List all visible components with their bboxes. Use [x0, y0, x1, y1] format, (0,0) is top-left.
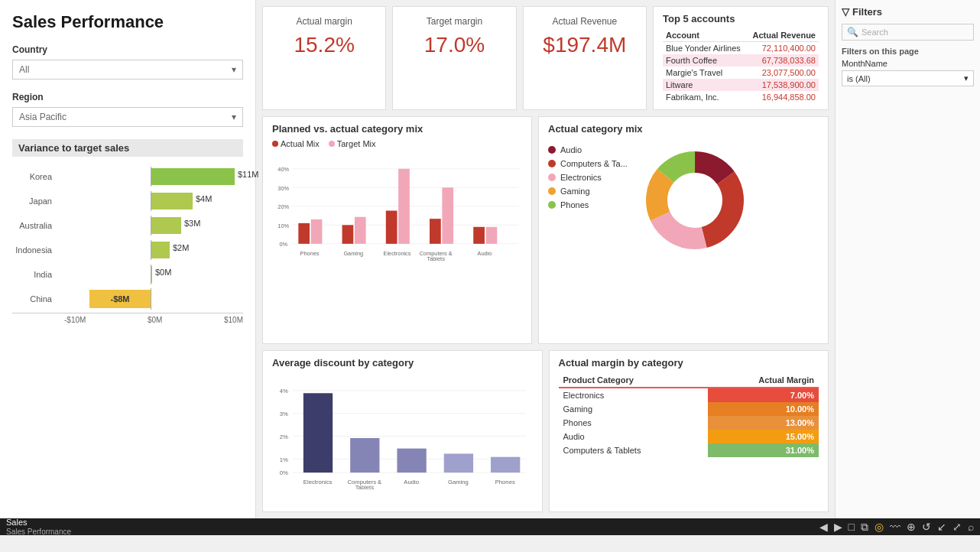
- bottom-charts-row: Average discount by category 4% 3% 2% 1%…: [262, 350, 829, 512]
- margin-row: Computers & Tablets31.00%: [559, 443, 819, 457]
- svg-text:4%: 4%: [280, 388, 288, 395]
- search-bar-icon[interactable]: ⌕: [968, 521, 974, 533]
- svg-text:Gaming: Gaming: [448, 479, 469, 485]
- page-title: Sales Performance: [12, 12, 243, 32]
- avg-discount-chart: 4% 3% 2% 1% 0%: [272, 373, 533, 503]
- xaxis-neg10m: -$10M: [64, 316, 86, 324]
- avg-discount-title: Average discount by category: [272, 357, 533, 369]
- kpi-actual-margin-label: Actual margin: [275, 16, 373, 27]
- filters-title: ▽ Filters: [842, 6, 974, 18]
- svg-text:30%: 30%: [277, 185, 289, 192]
- margin-row: Electronics7.00%: [559, 388, 819, 402]
- svg-text:Audio: Audio: [478, 250, 492, 257]
- country-chevron-icon: ▾: [232, 64, 236, 75]
- electronics-dot: [548, 174, 556, 181]
- top5-title: Top 5 accounts: [663, 13, 819, 24]
- svg-point-31: [670, 175, 720, 226]
- country-select[interactable]: All ▾: [12, 60, 243, 80]
- bar-label-korea: Korea: [12, 172, 58, 181]
- back-icon[interactable]: ◀: [819, 521, 828, 533]
- margin-category: Computers & Tablets: [559, 443, 708, 457]
- svg-rect-44: [397, 449, 426, 472]
- taskbar-left: Sales Sales Performance: [6, 518, 71, 536]
- svg-rect-11: [311, 219, 323, 244]
- computers-label: Computers & Ta...: [560, 159, 628, 168]
- margin-value: 31.00%: [708, 443, 819, 457]
- region-select[interactable]: Asia Pacific ▾: [12, 107, 243, 127]
- svg-text:3%: 3%: [280, 411, 288, 417]
- phones-label: Phones: [560, 200, 589, 209]
- bar-value-indonesia: $2M: [173, 243, 189, 252]
- undo-icon[interactable]: ↺: [922, 521, 931, 533]
- add-icon[interactable]: ⊕: [907, 521, 916, 533]
- filter-search[interactable]: 🔍 Search: [842, 24, 974, 41]
- svg-text:Tablets: Tablets: [355, 484, 374, 491]
- bar-label-indonesia: Indonesia: [12, 245, 58, 255]
- filters-panel: ▽ Filters 🔍 Search Filters on this page …: [835, 0, 980, 518]
- cat-mix-inner: Audio Computers & Ta... Electronics: [548, 139, 819, 261]
- top5-header-account: Account: [663, 29, 747, 42]
- margin-row: Phones13.00%: [559, 416, 819, 430]
- export-icon[interactable]: ↙: [937, 521, 946, 533]
- top5-account: Fabrikam, Inc.: [663, 91, 747, 103]
- audio-label: Audio: [560, 145, 582, 154]
- bar-value-china: -$8M: [110, 294, 129, 304]
- svg-rect-43: [350, 438, 379, 472]
- monthname-chevron-icon: ▾: [964, 73, 969, 83]
- forward-icon[interactable]: ▶: [834, 521, 842, 533]
- top5-account: Margie's Travel: [663, 67, 747, 79]
- margin-by-category-title: Actual margin by category: [559, 357, 819, 369]
- planned-vs-actual-chart: 40% 30% 20% 10% 0%: [272, 151, 522, 274]
- on-page-label: Filters on this page: [842, 47, 974, 56]
- kpi-target-margin: Target margin 17.0%: [392, 6, 516, 110]
- planned-vs-actual-title: Planned vs. actual category mix: [272, 123, 522, 135]
- svg-text:1%: 1%: [280, 456, 288, 463]
- actual-mix-dot: [272, 141, 278, 147]
- margin-value: 15.00%: [708, 430, 819, 443]
- draw-icon[interactable]: 〰: [890, 521, 900, 533]
- fullscreen-icon[interactable]: ⤢: [952, 521, 962, 533]
- top5-revenue: 16,944,858.00: [747, 91, 819, 103]
- refresh-icon[interactable]: ⧉: [861, 521, 868, 534]
- bar-row-australia: Australia $3M: [12, 215, 243, 236]
- search-placeholder: Search: [862, 28, 888, 37]
- computers-dot: [548, 160, 556, 167]
- taskbar-center: ◀ ▶ □ ⧉ ◎ 〰 ⊕ ↺ ↙ ⤢ ⌕: [819, 521, 974, 534]
- bookmark-icon[interactable]: ◎: [875, 521, 884, 533]
- bar-label-india: India: [12, 270, 58, 279]
- margin-category: Phones: [559, 416, 708, 430]
- monthname-dropdown[interactable]: is (All) ▾: [842, 70, 974, 86]
- top5-row: Fabrikam, Inc.16,944,858.00: [663, 91, 819, 103]
- svg-text:Phones: Phones: [300, 250, 320, 257]
- bar-row-korea: Korea $11M: [12, 166, 243, 187]
- bar-value-japan: $4M: [196, 194, 212, 203]
- taskbar: Sales Sales Performance ◀ ▶ □ ⧉ ◎ 〰 ⊕ ↺ …: [0, 518, 980, 535]
- target-mix-dot: [329, 141, 335, 147]
- svg-rect-14: [386, 211, 398, 244]
- top5-row: Blue Yonder Airlines72,110,400.00: [663, 42, 819, 55]
- kpi-target-margin-label: Target margin: [405, 16, 503, 27]
- cat-legend-computers: Computers & Ta...: [548, 159, 628, 168]
- top5-revenue: 72,110,400.00: [747, 42, 819, 55]
- electronics-label: Electronics: [560, 173, 602, 182]
- top5-revenue: 23,077,500.00: [747, 67, 819, 79]
- variance-title: Variance to target sales: [12, 139, 243, 157]
- planned-legend: Actual Mix Target Mix: [272, 139, 522, 148]
- taskbar-app[interactable]: Sales Sales Performance: [6, 518, 71, 536]
- bar-value-australia: $3M: [184, 219, 200, 228]
- svg-text:0%: 0%: [280, 469, 288, 476]
- cat-legend-audio: Audio: [548, 145, 628, 154]
- region-label: Region: [12, 92, 243, 102]
- top5-account: Litware: [663, 79, 747, 91]
- region-value: Asia Pacific: [19, 112, 67, 122]
- margin-category: Gaming: [559, 402, 708, 416]
- bar-value-korea: $11M: [238, 170, 259, 179]
- stop-icon[interactable]: □: [849, 521, 855, 533]
- top5-account: Fourth Coffee: [663, 54, 747, 67]
- top5-card: Top 5 accounts Account Actual Revenue Bl…: [653, 6, 829, 110]
- svg-text:0%: 0%: [279, 241, 287, 248]
- margin-value: 13.00%: [708, 416, 819, 430]
- planned-vs-actual-card: Planned vs. actual category mix Actual M…: [262, 116, 532, 344]
- svg-text:Electronics: Electronics: [384, 250, 411, 257]
- svg-text:Electronics: Electronics: [303, 479, 333, 485]
